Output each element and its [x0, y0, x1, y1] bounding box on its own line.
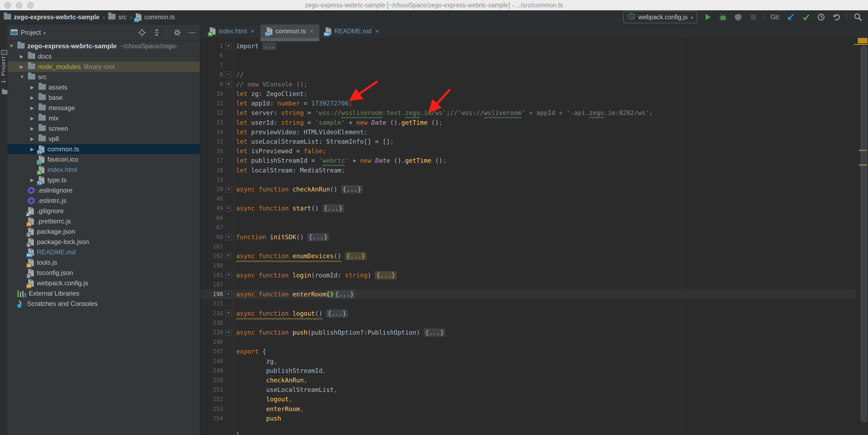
code-line-215[interactable]: 215: [200, 299, 856, 309]
tree-item-src[interactable]: ▼src: [8, 72, 200, 82]
code-line-13[interactable]: 13let userId: string = 'sample' + new Da…: [200, 118, 856, 127]
tree-item-prettierrc-js[interactable]: JS.prettierrc.js: [8, 216, 200, 227]
code-line-text[interactable]: function initSDK() {...}: [236, 232, 329, 242]
code-line-7[interactable]: 7: [200, 60, 856, 70]
line-number[interactable]: 248: [200, 358, 223, 365]
tree-item-mix[interactable]: ▶mix: [8, 113, 200, 123]
tree-item-zego-express-webrtc-sample[interactable]: ▼zego-express-webrtc-sample~/chouiSpace/…: [8, 41, 200, 51]
rollback-button[interactable]: [832, 12, 841, 22]
tool-window-icon[interactable]: [1, 50, 7, 55]
code-line-198[interactable]: 198+async function enterRoom(){...}: [200, 289, 856, 299]
tree-item-package-json[interactable]: {}package.json: [8, 227, 200, 237]
breadcrumb-item-common.ts[interactable]: TScommon.ts: [135, 13, 175, 21]
code-line-253[interactable]: 253 enterRoom,: [200, 404, 856, 414]
close-window-icon[interactable]: [4, 2, 11, 9]
locate-file-icon[interactable]: [137, 28, 147, 37]
tree-item-screen[interactable]: ▶screen: [8, 123, 200, 134]
tab-readme-md[interactable]: MDREADME.md×: [319, 24, 385, 38]
code-line-text[interactable]: enterRoom,: [236, 404, 304, 414]
fold-expand-icon[interactable]: +: [225, 186, 232, 193]
code-line-text[interactable]: async function logout() {...}: [236, 309, 348, 318]
folded-region[interactable]: {...}: [334, 290, 355, 298]
line-number[interactable]: 254: [200, 415, 223, 422]
line-number[interactable]: 15: [200, 138, 223, 145]
collapse-all-icon[interactable]: [152, 28, 161, 37]
code-line-11[interactable]: 11let appId: number = 1739272706;: [200, 98, 856, 108]
chevron-collapsed-icon[interactable]: ▶: [30, 126, 38, 132]
code-line-239[interactable]: 239+async function push(publishOption?:P…: [200, 328, 856, 337]
tree-item-assets[interactable]: ▶assets: [8, 82, 200, 92]
code-line-text[interactable]: publishStreamId,: [236, 366, 326, 376]
line-number[interactable]: 238: [200, 320, 223, 326]
code-line-text[interactable]: import ...: [236, 41, 276, 51]
line-number[interactable]: 8: [200, 71, 223, 78]
chevron-collapsed-icon[interactable]: ▶: [30, 85, 38, 90]
fold-end-icon[interactable]: ∨: [225, 81, 232, 87]
tree-item-base[interactable]: ▶base: [8, 92, 200, 103]
breadcrumb-item-zego-express-webrtc-sample[interactable]: zego-express-webrtc-sample: [4, 13, 99, 21]
code-line-text[interactable]: }: [236, 430, 240, 435]
code-line-49[interactable]: 49+async function start() {...}: [200, 203, 856, 213]
tree-item-node-modules[interactable]: ▶node_moduleslibrary root: [8, 62, 200, 72]
code-line-190[interactable]: 190: [200, 261, 856, 271]
git-update-button[interactable]: [786, 12, 795, 22]
scrollbar-thumb[interactable]: [860, 46, 867, 423]
code-line-16[interactable]: 16let isPreviewed = false;: [200, 146, 856, 156]
line-number[interactable]: 162: [200, 253, 223, 259]
code-line-15[interactable]: 15let useLocalStreamList: StreamInfo[] =…: [200, 137, 856, 146]
code-line-text[interactable]: async function start() {...}: [236, 203, 344, 213]
code-line-text[interactable]: let zg: ZegoClient;: [236, 89, 307, 99]
line-number[interactable]: 19: [200, 177, 223, 183]
code-line-249[interactable]: 249 publishStreamId,: [200, 366, 856, 376]
line-number[interactable]: 66: [200, 215, 223, 221]
line-number[interactable]: 13: [200, 119, 223, 126]
folded-region[interactable]: ...: [262, 42, 277, 50]
chevron-expanded-icon[interactable]: ▼: [9, 44, 17, 49]
code-line-text[interactable]: checkAnRun,: [236, 375, 307, 385]
breadcrumb-item-src[interactable]: src: [108, 13, 127, 21]
code-line-text[interactable]: // new VConsole ();: [236, 80, 307, 89]
tree-item-readme-md[interactable]: MDREADME.md: [8, 247, 200, 257]
line-number[interactable]: 253: [200, 406, 223, 412]
line-number[interactable]: 190: [200, 263, 223, 269]
code-line-20[interactable]: 20+async function checkAnRun() {...}: [200, 184, 856, 194]
code-line-text[interactable]: async function push(publishOption?:Publi…: [236, 328, 445, 337]
tree-item-type-ts[interactable]: ▶TStype.ts: [8, 175, 200, 185]
code-line-text[interactable]: async function checkAnRun() {...}: [236, 184, 363, 194]
code-line-14[interactable]: 14let previewVideo: HTMLVideoElement;: [200, 127, 856, 137]
code-line-6[interactable]: 6: [200, 51, 856, 60]
code-line-text[interactable]: let userId: string = 'sample' + new Date…: [236, 118, 443, 127]
tree-item-common-ts[interactable]: ▶TScommon.ts: [8, 144, 200, 154]
line-number[interactable]: 1: [200, 43, 223, 49]
inspections-indicator[interactable]: [858, 38, 867, 44]
code-line-text[interactable]: async function enterRoom(){...}: [236, 289, 355, 299]
code-line-17[interactable]: 17let publishStreamId = 'webrtc' + new D…: [200, 156, 856, 166]
line-number[interactable]: 16: [200, 148, 223, 154]
code-line-text[interactable]: async function enumDevices() {...}: [236, 251, 367, 261]
code-line-text[interactable]: let isPreviewed = false;: [236, 146, 326, 156]
line-number[interactable]: 246: [200, 339, 223, 345]
line-number[interactable]: 249: [200, 368, 223, 374]
folded-region[interactable]: {...}: [322, 204, 344, 212]
folded-region[interactable]: {...}: [424, 328, 445, 337]
fold-collapse-icon[interactable]: −: [225, 71, 232, 78]
code-line-19[interactable]: 19: [200, 175, 856, 185]
tree-item-scratches-and-consoles[interactable]: Scratches and Consoles: [8, 298, 200, 309]
panel-splitter[interactable]: [200, 24, 200, 435]
hide-panel-icon[interactable]: —: [187, 28, 196, 37]
tree-item-external-libraries[interactable]: External Libraries: [8, 288, 200, 298]
code-line-197[interactable]: 197: [200, 280, 856, 290]
code-line-8[interactable]: 8−//: [200, 70, 856, 80]
line-number[interactable]: 252: [200, 396, 223, 402]
close-tab-icon[interactable]: ×: [375, 27, 379, 35]
gear-icon[interactable]: [173, 28, 182, 37]
code-line-text[interactable]: async function login(roomId: string) {..…: [236, 270, 397, 280]
tree-item-docs[interactable]: ▶docs: [8, 51, 200, 62]
line-number[interactable]: 7: [200, 62, 223, 68]
code-line-text[interactable]: push: [236, 413, 281, 423]
line-number[interactable]: 239: [200, 329, 223, 336]
code-line-text[interactable]: //: [236, 70, 244, 80]
code-line-191[interactable]: 191+async function login(roomId: string)…: [200, 270, 856, 280]
code-line-246[interactable]: 246: [200, 337, 856, 347]
line-number[interactable]: 216: [200, 310, 223, 317]
